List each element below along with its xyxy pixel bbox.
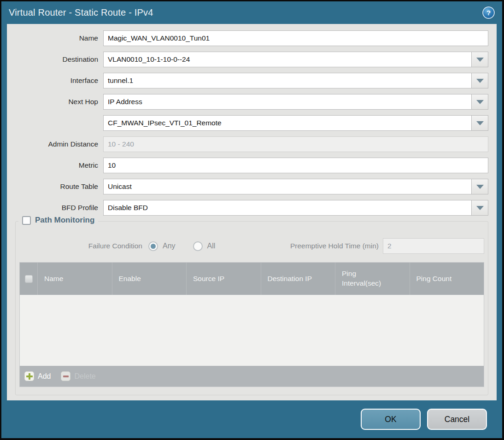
next-hop-address-combobox: CF_MWAN_IPsec_VTI_01_Remote bbox=[103, 115, 488, 131]
header-enable-label: Enable bbox=[119, 274, 141, 284]
chevron-down-icon bbox=[476, 79, 484, 83]
path-monitoring-checkbox[interactable] bbox=[22, 216, 31, 225]
dialog-footer: OK Cancel bbox=[1, 400, 502, 438]
next-hop-address-value[interactable]: CF_MWAN_IPsec_VTI_01_Remote bbox=[103, 115, 471, 131]
form-row-name: Name bbox=[15, 30, 488, 46]
radio-any-selected-dot bbox=[151, 244, 156, 249]
dialog-window: Virtual Router - Static Route - IPv4 ? N… bbox=[0, 0, 504, 440]
path-monitoring-legend: Path Monitoring bbox=[18, 216, 98, 225]
delete-button[interactable]: Delete bbox=[61, 371, 95, 381]
failure-condition-label: Failure Condition bbox=[19, 242, 142, 250]
form-row-interface: Interface tunnel.1 bbox=[15, 73, 488, 88]
table-header-ping-interval[interactable]: Ping Interval(sec) bbox=[335, 263, 410, 295]
route-table-value[interactable]: Unicast bbox=[103, 179, 471, 194]
help-icon[interactable]: ? bbox=[482, 6, 495, 19]
chevron-down-icon bbox=[476, 121, 484, 125]
metric-input[interactable] bbox=[103, 158, 488, 173]
interface-value[interactable]: tunnel.1 bbox=[103, 73, 471, 88]
form-row-route-table: Route Table Unicast bbox=[15, 179, 488, 194]
header-destination-ip-label: Destination IP bbox=[268, 274, 312, 284]
header-source-ip-label: Source IP bbox=[193, 274, 224, 284]
table-header-name[interactable]: Name bbox=[37, 263, 112, 295]
bfd-profile-combobox: Disable BFD bbox=[103, 200, 488, 216]
route-table-dropdown-button[interactable] bbox=[471, 179, 488, 194]
metric-label: Metric bbox=[15, 161, 103, 170]
add-button-label: Add bbox=[38, 372, 51, 381]
next-hop-dropdown-button[interactable] bbox=[471, 94, 488, 110]
interface-label: Interface bbox=[15, 76, 103, 85]
chevron-down-icon bbox=[476, 206, 484, 210]
name-label: Name bbox=[15, 34, 103, 42]
form-row-bfd-profile: BFD Profile Disable BFD bbox=[15, 200, 488, 216]
add-button[interactable]: Add bbox=[24, 371, 51, 381]
chevron-down-icon bbox=[476, 100, 484, 104]
interface-combobox: tunnel.1 bbox=[103, 73, 488, 88]
destination-label: Destination bbox=[15, 55, 103, 64]
form-row-next-hop: Next Hop IP Address bbox=[15, 94, 488, 110]
radio-any[interactable] bbox=[148, 241, 158, 251]
header-ping-interval-label: Ping Interval(sec) bbox=[342, 269, 393, 288]
table-toolbar: Add Delete bbox=[19, 366, 484, 387]
next-hop-address-dropdown-button[interactable] bbox=[471, 115, 488, 131]
name-input[interactable] bbox=[103, 30, 488, 46]
bfd-profile-dropdown-button[interactable] bbox=[471, 200, 488, 216]
next-hop-label: Next Hop bbox=[15, 98, 103, 106]
header-name-label: Name bbox=[44, 274, 63, 284]
admin-distance-input[interactable] bbox=[103, 136, 488, 152]
destination-combobox: VLAN0010_10-1-10-0--24 bbox=[103, 52, 488, 67]
table-header-destination-ip[interactable]: Destination IP bbox=[261, 263, 335, 295]
form-row-destination: Destination VLAN0010_10-1-10-0--24 bbox=[15, 52, 488, 67]
route-table-label: Route Table bbox=[15, 182, 103, 191]
form-row-admin-distance: Admin Distance bbox=[15, 136, 488, 152]
header-ping-count-label: Ping Count bbox=[416, 274, 452, 284]
interface-dropdown-button[interactable] bbox=[471, 73, 488, 88]
table-header-enable[interactable]: Enable bbox=[112, 263, 187, 295]
preemptive-hold-time-label: Preemptive Hold Time (min) bbox=[290, 242, 379, 250]
help-icon-glyph: ? bbox=[486, 9, 491, 17]
next-hop-value[interactable]: IP Address bbox=[103, 94, 471, 110]
radio-all-label: All bbox=[207, 242, 216, 250]
failure-condition-radio-group: Any All bbox=[148, 241, 215, 251]
ok-button[interactable]: OK bbox=[361, 409, 421, 430]
dialog-content: Name Destination VLAN0010_10-1-10-0--24 … bbox=[7, 24, 497, 400]
cancel-button[interactable]: Cancel bbox=[427, 409, 487, 430]
preemptive-hold-time-input[interactable] bbox=[383, 238, 484, 254]
select-all-checkbox[interactable] bbox=[25, 275, 33, 283]
path-monitoring-table: Name Enable Source IP Destination IP Pin… bbox=[19, 262, 484, 366]
table-header-ping-count[interactable]: Ping Count bbox=[410, 263, 484, 295]
titlebar: Virtual Router - Static Route - IPv4 ? bbox=[1, 1, 502, 24]
radio-all[interactable] bbox=[193, 241, 203, 251]
delete-minus-icon bbox=[61, 371, 70, 381]
admin-distance-label: Admin Distance bbox=[15, 140, 103, 148]
radio-any-label: Any bbox=[163, 242, 176, 250]
table-header-select-all bbox=[20, 263, 37, 295]
chevron-down-icon bbox=[476, 58, 484, 62]
bfd-profile-label: BFD Profile bbox=[15, 204, 103, 212]
failure-condition-row: Failure Condition Any All Preemptive Hol… bbox=[19, 238, 484, 254]
delete-button-label: Delete bbox=[74, 372, 95, 381]
form-row-metric: Metric bbox=[15, 158, 488, 173]
route-table-combobox: Unicast bbox=[103, 179, 488, 194]
add-plus-icon bbox=[24, 371, 34, 381]
destination-value[interactable]: VLAN0010_10-1-10-0--24 bbox=[103, 52, 471, 67]
destination-dropdown-button[interactable] bbox=[471, 52, 488, 67]
next-hop-combobox: IP Address bbox=[103, 94, 488, 110]
form-row-next-hop-address: CF_MWAN_IPsec_VTI_01_Remote bbox=[15, 115, 488, 131]
table-body-empty bbox=[20, 295, 484, 366]
chevron-down-icon bbox=[476, 185, 484, 189]
table-header-row: Name Enable Source IP Destination IP Pin… bbox=[20, 263, 484, 295]
dialog-frame: Virtual Router - Static Route - IPv4 ? N… bbox=[1, 1, 502, 438]
dialog-title: Virtual Router - Static Route - IPv4 bbox=[9, 7, 153, 18]
path-monitoring-group: Path Monitoring Failure Condition Any Al… bbox=[15, 221, 488, 395]
path-monitoring-label: Path Monitoring bbox=[35, 216, 94, 225]
table-header-source-ip[interactable]: Source IP bbox=[186, 263, 261, 295]
bfd-profile-value[interactable]: Disable BFD bbox=[103, 200, 471, 216]
